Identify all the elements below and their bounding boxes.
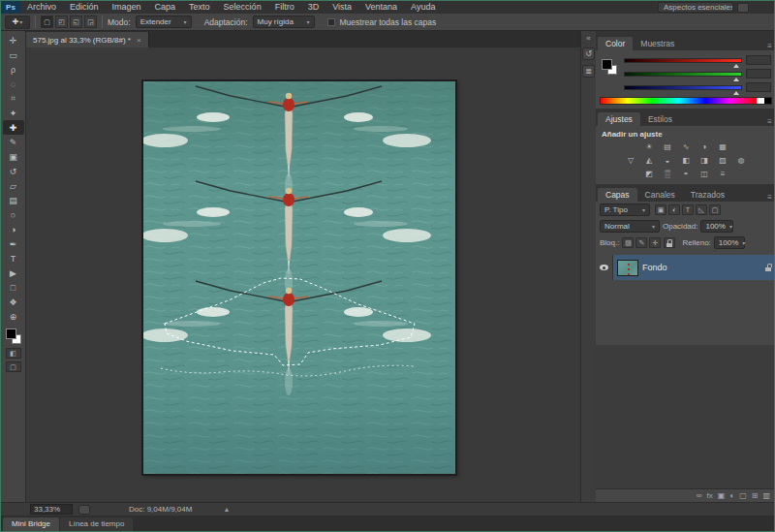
quick-mask-button[interactable]: ◧ <box>6 348 21 359</box>
menu-item[interactable]: Ventana <box>358 1 404 14</box>
tab-ajustes[interactable]: Ajustes <box>598 112 640 126</box>
menu-item[interactable]: Texto <box>182 1 217 14</box>
green-slider[interactable] <box>624 72 742 77</box>
history-panel-icon[interactable]: ↺ <box>582 47 595 60</box>
menu-item[interactable]: Imagen <box>106 1 148 14</box>
add-selection-mode[interactable]: ◰ <box>55 16 68 28</box>
dodge-tool[interactable]: ◑ <box>3 222 24 236</box>
menu-item[interactable]: 3D <box>301 1 326 14</box>
hue-saturation-adjustment-icon[interactable]: ▽ <box>624 155 637 166</box>
gradient-tool[interactable]: ▤ <box>3 193 24 207</box>
blue-slider[interactable] <box>624 85 742 90</box>
workspace-switcher-button[interactable]: Aspectos esenciales <box>658 2 733 13</box>
filter-smart-objects-icon[interactable]: ▢ <box>709 204 721 215</box>
canvas-image[interactable] <box>142 80 456 475</box>
expand-panels-icon[interactable]: « <box>586 34 590 43</box>
close-icon[interactable]: × <box>137 36 141 45</box>
panel-menu-icon[interactable]: ≡ <box>767 42 772 50</box>
marquee-tool[interactable]: ▭ <box>3 47 24 62</box>
foreground-color-swatch[interactable] <box>602 59 612 70</box>
path-selection-tool[interactable]: ▶ <box>3 266 24 280</box>
pen-tool[interactable]: ✒ <box>3 236 24 251</box>
zoom-tool[interactable]: ⊕ <box>3 309 24 324</box>
tool-preset-picker[interactable]: ✚ ▾ <box>5 16 30 29</box>
tab-mini-bridge[interactable]: Mini Bridge <box>3 517 59 531</box>
lock-transparency-icon[interactable]: ▨ <box>622 237 634 248</box>
quick-selection-tool[interactable]: ◌ <box>3 77 24 91</box>
layer-filter-dropdown[interactable]: P. Tipo ▾ <box>600 203 650 216</box>
gradient-map-adjustment-icon[interactable]: ◓ <box>679 169 693 179</box>
red-value-field[interactable] <box>746 55 771 65</box>
tab-canales[interactable]: Canales <box>637 188 683 202</box>
levels-adjustment-icon[interactable]: ▤ <box>661 141 674 152</box>
crop-tool[interactable]: ⌗ <box>3 91 24 106</box>
rainbow-ramp[interactable] <box>601 98 757 104</box>
adaptation-dropdown[interactable]: Muy rígida ▾ <box>253 16 315 28</box>
foreground-background-swatches[interactable] <box>5 328 22 345</box>
adjustment-layer-icon[interactable]: ◐ <box>729 491 734 500</box>
menu-item[interactable]: Ayuda <box>404 1 442 14</box>
selective-color-adjustment-icon[interactable]: ◫ <box>698 169 711 179</box>
brightness-contrast-adjustment-icon[interactable]: ☀ <box>642 141 656 152</box>
subtract-selection-mode[interactable]: ◱ <box>70 16 82 28</box>
layer-visibility-toggle[interactable] <box>596 255 613 280</box>
opacity-field[interactable]: 100% ▾ <box>700 220 733 233</box>
channel-mixer-adjustment-icon[interactable]: ◨ <box>698 155 711 166</box>
lasso-tool[interactable]: ρ <box>3 62 24 77</box>
menu-item[interactable]: Selección <box>217 1 268 14</box>
zoom-level-field[interactable]: 33,33% <box>30 504 73 515</box>
properties-panel-icon[interactable]: ≣ <box>582 65 595 78</box>
new-layer-icon[interactable]: ⊞ <box>752 491 759 500</box>
new-selection-mode[interactable]: ▢ <box>41 16 53 28</box>
canvas-pasteboard[interactable] <box>26 47 580 502</box>
type-tool[interactable]: T <box>3 251 24 266</box>
menu-item[interactable]: Archivo <box>20 1 63 14</box>
tab-estilos[interactable]: Estilos <box>640 112 680 126</box>
tab-capas[interactable]: Capas <box>598 188 637 202</box>
green-value-field[interactable] <box>746 69 771 78</box>
tab-muestras[interactable]: Muestras <box>633 37 682 50</box>
history-brush-tool[interactable]: ↺ <box>3 164 24 178</box>
color-spectrum-ramp[interactable] <box>600 97 772 105</box>
extra-adjustment-icon[interactable]: ≡ <box>716 169 729 179</box>
move-tool[interactable]: ✛ <box>3 33 24 47</box>
filter-pixel-layers-icon[interactable]: ▣ <box>655 204 666 215</box>
delete-layer-icon[interactable]: ▥ <box>762 491 770 500</box>
tab-color[interactable]: Color <box>598 37 633 50</box>
panel-color-swatches[interactable] <box>601 58 618 76</box>
black-white-adjustment-icon[interactable]: ◒ <box>661 155 674 166</box>
layer-thumbnail[interactable] <box>617 260 638 276</box>
color-lookup-adjustment-icon[interactable]: ▨ <box>716 155 729 166</box>
lock-all-icon[interactable] <box>664 237 675 248</box>
panel-menu-icon[interactable]: ≡ <box>767 193 772 202</box>
threshold-adjustment-icon[interactable]: ▒ <box>661 169 674 179</box>
fill-field[interactable]: 100% ▾ <box>714 236 745 249</box>
cs-live-button[interactable] <box>737 3 749 13</box>
status-menu-arrow-icon[interactable]: ▲ <box>223 506 230 513</box>
layer-mask-icon[interactable]: ▣ <box>718 491 726 500</box>
invert-adjustment-icon[interactable]: ◍ <box>734 155 748 166</box>
menu-item[interactable]: Capa <box>148 1 183 14</box>
content-aware-move-tool[interactable]: ✚ <box>3 120 24 135</box>
filter-type-layers-icon[interactable]: T <box>682 204 694 215</box>
black-swatch[interactable] <box>764 98 771 104</box>
menu-item[interactable]: Edición <box>63 1 106 14</box>
panel-menu-icon[interactable]: ≡ <box>767 117 772 126</box>
vibrance-adjustment-icon[interactable]: ▦ <box>716 141 729 152</box>
blur-tool[interactable]: ○ <box>3 207 24 222</box>
exposure-adjustment-icon[interactable]: ◑ <box>698 141 711 152</box>
brush-tool[interactable]: ✎ <box>3 135 24 149</box>
link-layers-icon[interactable]: ∞ <box>697 491 702 500</box>
intersect-selection-mode[interactable]: ◲ <box>84 16 97 28</box>
menu-item[interactable]: Vista <box>326 1 358 14</box>
eyedropper-tool[interactable]: ✦ <box>3 106 24 120</box>
status-options-button[interactable] <box>78 505 90 515</box>
shape-tool[interactable]: □ <box>3 280 24 295</box>
red-slider[interactable] <box>624 58 742 63</box>
filter-shape-layers-icon[interactable]: ◺ <box>696 204 707 215</box>
foreground-color-swatch[interactable] <box>6 329 16 339</box>
blend-mode-dropdown[interactable]: Normal ▾ <box>600 220 660 233</box>
sample-all-layers-checkbox[interactable] <box>327 18 335 26</box>
color-balance-adjustment-icon[interactable]: ◭ <box>642 155 656 166</box>
tab-timeline[interactable]: Línea de tiempo <box>60 517 133 531</box>
